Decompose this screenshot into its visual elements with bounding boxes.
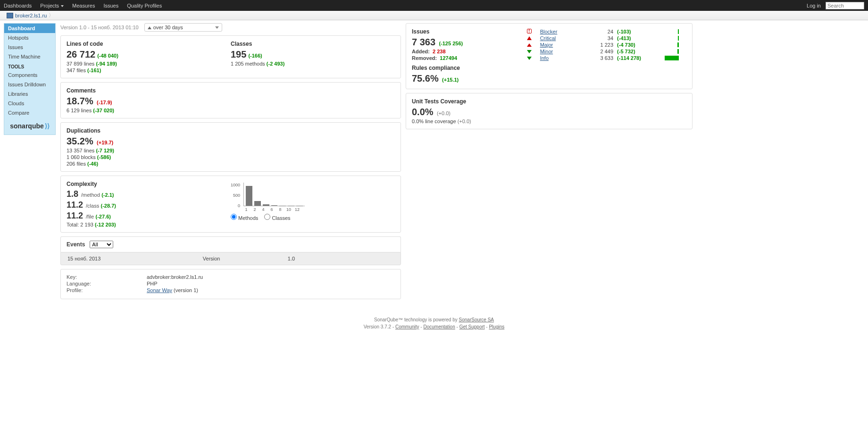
- cx-method-unit: /method: [81, 192, 100, 198]
- severity-delta: (-5 732): [617, 49, 635, 54]
- radio-classes[interactable]: Classes: [264, 215, 290, 221]
- events-table: 15 нояб. 2013 Version 1.0: [60, 252, 401, 265]
- footer-community-link[interactable]: Community: [395, 324, 419, 329]
- search-input[interactable]: [826, 2, 864, 9]
- nav-dashboards[interactable]: Dashboards: [4, 3, 32, 8]
- severity-delta: (-4 730): [617, 42, 635, 48]
- cx-method-delta: (-2.1): [101, 192, 114, 198]
- top-nav-bar: Dashboards Projects Measures Issues Qual…: [0, 0, 868, 11]
- severity-row: Blocker 24 (-103): [525, 28, 686, 35]
- severity-link[interactable]: Info: [540, 55, 549, 61]
- nav-quality-profiles[interactable]: Quality Profiles: [127, 3, 162, 8]
- dup-blocks-delta: (-586): [97, 154, 111, 160]
- sidebar-tools-header: TOOLS: [4, 61, 55, 70]
- severity-count: 3 633: [580, 55, 615, 61]
- events-filter-select[interactable]: All: [90, 241, 113, 248]
- info-profile-link[interactable]: Sonar Way: [147, 287, 172, 293]
- panel-duplications: Duplications 35.2% (+19.7) 13 357 lines …: [60, 122, 401, 172]
- cx-class-delta: (-28.7): [101, 203, 116, 209]
- panel-coverage: Unit Tests Coverage 0.0% (+0.0) 0.0% lin…: [406, 93, 693, 129]
- coverage-line-delta: (+0.0): [458, 118, 471, 124]
- rules-delta: (+15.1): [442, 77, 459, 83]
- severity-icon: [527, 57, 532, 60]
- severity-link[interactable]: Major: [540, 42, 553, 48]
- sidebar-item-compare[interactable]: Compare: [4, 108, 55, 117]
- dup-files: 206 files: [67, 161, 86, 167]
- rules-value: 75.6%: [412, 73, 439, 84]
- sidebar-item-time-machine[interactable]: Time Machine: [4, 52, 55, 61]
- panel-comments: Comments 18.7% (-17.9) 6 129 lines (-37 …: [60, 82, 401, 118]
- footer-support-link[interactable]: Get Support: [459, 324, 485, 329]
- severity-icon: [527, 36, 532, 40]
- footer-plugins-link[interactable]: Plugins: [489, 324, 504, 329]
- nav-projects[interactable]: Projects: [40, 3, 64, 8]
- severity-link[interactable]: Minor: [540, 49, 553, 54]
- cx-class-val: 11.2: [67, 200, 83, 210]
- delta-icon: [148, 26, 151, 29]
- sidebar-item-components[interactable]: Components: [4, 70, 55, 80]
- severity-row: Info 3 633 (-114 278): [525, 55, 686, 61]
- info-profile-label: Profile:: [67, 287, 147, 293]
- loc-files-delta: (-161): [87, 67, 101, 73]
- footer: SonarQube™ technology is powered by Sona…: [0, 316, 868, 330]
- dup-delta: (+19.7): [97, 140, 113, 145]
- severity-icon: [527, 43, 532, 47]
- severity-row: Major 1 223 (-4 730): [525, 42, 686, 48]
- loc-files: 347 files: [67, 67, 86, 73]
- issues-added-value: 2 238: [433, 49, 446, 54]
- info-key-value: advbroker:broker2.ls1.ru: [147, 274, 203, 280]
- rules-label: Rules compliance: [412, 65, 525, 71]
- comments-title: Comments: [67, 87, 395, 94]
- cx-file-unit: /file: [86, 214, 94, 219]
- loc-lines-delta: (-94 189): [96, 61, 117, 67]
- version-bar: Version 1.0 - 15 нояб. 2013 01:10 over 3…: [60, 23, 401, 32]
- info-profile-suffix: (version 1): [172, 287, 198, 293]
- issues-delta: (-125 256): [439, 41, 463, 46]
- breadcrumb-project[interactable]: broker2.ls1.ru: [15, 13, 47, 18]
- info-key-label: Key:: [67, 274, 147, 280]
- breadcrumb: broker2.ls1.ru 〉: [0, 11, 868, 20]
- table-row: 15 нояб. 2013 Version 1.0: [62, 253, 400, 264]
- severity-link[interactable]: Critical: [540, 35, 556, 41]
- loc-delta: (-48 040): [97, 53, 118, 59]
- nav-issues[interactable]: Issues: [103, 3, 118, 8]
- footer-docs-link[interactable]: Documentation: [423, 324, 455, 329]
- version-text: Version 1.0 - 15 нояб. 2013 01:10: [60, 25, 139, 30]
- sidebar-item-dashboard[interactable]: Dashboard: [4, 24, 55, 33]
- dup-title: Duplications: [67, 127, 395, 134]
- cx-class-unit: /class: [86, 203, 99, 209]
- dup-lines: 13 357 lines: [67, 148, 94, 153]
- severity-icon: [527, 29, 532, 34]
- loc-lines: 37 899 lines: [67, 61, 94, 67]
- caret-down-icon: [61, 5, 64, 7]
- cx-total: Total: 2 193: [67, 222, 93, 227]
- coverage-title: Unit Tests Coverage: [412, 98, 686, 105]
- severity-link[interactable]: Blocker: [540, 29, 558, 34]
- waves-icon: ⟩⟩: [45, 122, 50, 130]
- severity-delta: (-413): [617, 35, 631, 41]
- sidebar-item-hotspots[interactable]: Hotspots: [4, 33, 55, 42]
- severity-delta: (-114 278): [617, 55, 641, 61]
- info-lang-label: Language:: [67, 281, 147, 286]
- sidebar-item-clouds[interactable]: Clouds: [4, 99, 55, 108]
- severity-row: Minor 2 449 (-5 732): [525, 48, 686, 55]
- footer-sonarsource-link[interactable]: SonarSource SA: [459, 317, 494, 322]
- dup-files-delta: (-46): [87, 161, 98, 167]
- comments-lines: 6 129 lines: [67, 108, 92, 113]
- event-type: Version: [197, 253, 281, 264]
- severity-table: Blocker 24 (-103) Critical 34 (-413) Maj…: [525, 28, 686, 61]
- radio-methods[interactable]: Methods: [231, 215, 258, 221]
- login-link[interactable]: Log in: [807, 3, 821, 8]
- comments-value: 18.7%: [67, 96, 93, 107]
- delta-period-select[interactable]: over 30 days: [144, 23, 222, 32]
- project-icon: [7, 13, 13, 18]
- sidebar: Dashboard Hotspots Issues Time Machine T…: [4, 23, 56, 135]
- event-date: 15 нояб. 2013: [62, 253, 196, 264]
- nav-measures[interactable]: Measures: [72, 3, 95, 8]
- sidebar-item-libraries[interactable]: Libraries: [4, 89, 55, 99]
- sidebar-item-issues[interactable]: Issues: [4, 42, 55, 52]
- comments-lines-delta: (-37 020): [93, 108, 114, 113]
- complexity-title: Complexity: [67, 181, 231, 187]
- classes-title: Classes: [231, 41, 395, 47]
- sidebar-item-issues-drilldown[interactable]: Issues Drilldown: [4, 80, 55, 89]
